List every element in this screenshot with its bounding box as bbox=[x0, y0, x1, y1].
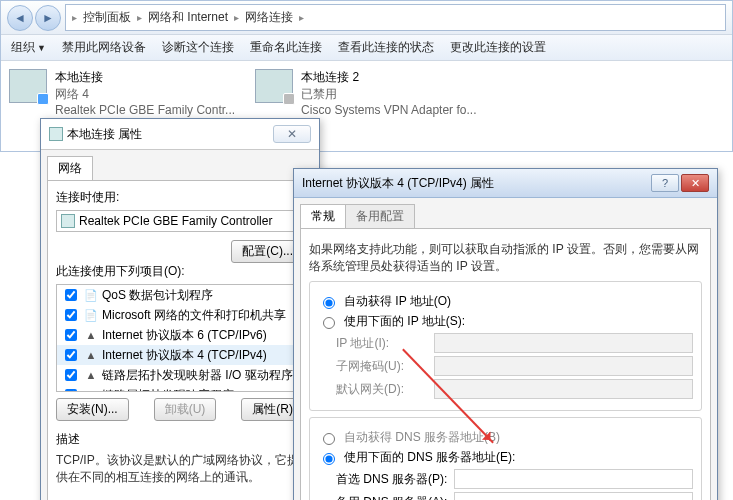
breadcrumb-item[interactable]: 网络和 Internet bbox=[148, 9, 228, 26]
ip-auto-label: 自动获得 IP 地址(O) bbox=[344, 293, 451, 310]
intro-text: 如果网络支持此功能，则可以获取自动指派的 IP 设置。否则，您需要从网络系统管理… bbox=[309, 241, 702, 275]
connection-name: 本地连接 2 bbox=[301, 69, 476, 86]
dns-manual-label: 使用下面的 DNS 服务器地址(E): bbox=[344, 449, 515, 466]
back-button[interactable]: ◄ bbox=[7, 5, 33, 31]
adapter-name: Realtek PCIe GBE Family Controller bbox=[79, 214, 272, 228]
list-item[interactable]: ▲Internet 协议版本 6 (TCP/IPv6) bbox=[57, 325, 303, 345]
connection-status: 网络 4 bbox=[55, 86, 235, 103]
list-item[interactable]: ▲Internet 协议版本 4 (TCP/IPv4) bbox=[57, 345, 303, 365]
network-adapter-icon bbox=[255, 69, 293, 103]
components-list[interactable]: 📄QoS 数据包计划程序 📄Microsoft 网络的文件和打印机共享 ▲Int… bbox=[56, 284, 304, 392]
dialog-title: Internet 协议版本 4 (TCP/IPv4) 属性 bbox=[302, 175, 494, 192]
dns-auto-radio[interactable] bbox=[323, 433, 335, 445]
change-settings[interactable]: 更改此连接的设置 bbox=[450, 39, 546, 56]
tab-alternate[interactable]: 备用配置 bbox=[346, 204, 415, 228]
subnet-field bbox=[434, 356, 693, 376]
dialog-title: 本地连接 属性 bbox=[67, 126, 142, 143]
network-adapter-icon bbox=[9, 69, 47, 103]
dns-auto-label: 自动获得 DNS 服务器地址(B) bbox=[344, 429, 500, 446]
connection-status: 已禁用 bbox=[301, 86, 476, 103]
network-icon bbox=[49, 127, 63, 141]
ip-auto-radio[interactable] bbox=[323, 297, 335, 309]
breadcrumb-item[interactable]: 控制面板 bbox=[83, 9, 131, 26]
item-checkbox[interactable] bbox=[65, 289, 77, 301]
list-item[interactable]: 📄Microsoft 网络的文件和打印机共享 bbox=[57, 305, 303, 325]
install-button[interactable]: 安装(N)... bbox=[56, 398, 129, 421]
view-status[interactable]: 查看此连接的状态 bbox=[338, 39, 434, 56]
adapter-properties-dialog: 本地连接 属性 ✕ 网络 连接时使用: Realtek PCIe GBE Fam… bbox=[40, 118, 320, 500]
breadcrumb-item[interactable]: 网络连接 bbox=[245, 9, 293, 26]
disable-device[interactable]: 禁用此网络设备 bbox=[62, 39, 146, 56]
list-item[interactable]: ▲链路层拓扑发现映射器 I/O 驱动程序 bbox=[57, 365, 303, 385]
ip-address-field bbox=[434, 333, 693, 353]
close-button[interactable]: ✕ bbox=[273, 125, 311, 143]
dns-preferred-field[interactable] bbox=[454, 469, 693, 489]
items-label: 此连接使用下列项目(O): bbox=[56, 263, 304, 280]
ip-manual-label: 使用下面的 IP 地址(S): bbox=[344, 313, 465, 330]
list-item[interactable]: ▲链路层拓扑发现响应程序 bbox=[57, 385, 303, 392]
dns-alternate-label: 备用 DNS 服务器(A): bbox=[318, 494, 448, 501]
dns-manual-radio[interactable] bbox=[323, 453, 335, 465]
gateway-label: 默认网关(D): bbox=[318, 381, 428, 398]
ip-address-label: IP 地址(I): bbox=[318, 335, 428, 352]
address-bar: ◄ ► ▸ 控制面板 ▸ 网络和 Internet ▸ 网络连接 ▸ bbox=[1, 1, 732, 35]
adapter-icon bbox=[61, 214, 75, 228]
forward-button[interactable]: ► bbox=[35, 5, 61, 31]
uninstall-button: 卸载(U) bbox=[154, 398, 217, 421]
dns-settings-group: 自动获得 DNS 服务器地址(B) 使用下面的 DNS 服务器地址(E): 首选… bbox=[309, 417, 702, 500]
breadcrumb[interactable]: ▸ 控制面板 ▸ 网络和 Internet ▸ 网络连接 ▸ bbox=[65, 4, 726, 31]
close-button[interactable]: ✕ bbox=[681, 174, 709, 192]
item-checkbox[interactable] bbox=[65, 369, 77, 381]
item-checkbox[interactable] bbox=[65, 389, 77, 392]
diagnose-connection[interactable]: 诊断这个连接 bbox=[162, 39, 234, 56]
connection-name: 本地连接 bbox=[55, 69, 235, 86]
dialog-titlebar[interactable]: 本地连接 属性 ✕ bbox=[41, 119, 319, 150]
help-button[interactable]: ? bbox=[651, 174, 679, 192]
tab-general[interactable]: 常规 bbox=[300, 204, 346, 228]
connection-device: Realtek PCIe GBE Family Contr... bbox=[55, 103, 235, 117]
item-checkbox[interactable] bbox=[65, 349, 77, 361]
item-checkbox[interactable] bbox=[65, 329, 77, 341]
ip-settings-group: 自动获得 IP 地址(O) 使用下面的 IP 地址(S): IP 地址(I): … bbox=[309, 281, 702, 411]
organize-menu[interactable]: 组织 ▼ bbox=[11, 39, 46, 56]
toolbar: 组织 ▼ 禁用此网络设备 诊断这个连接 重命名此连接 查看此连接的状态 更改此连… bbox=[1, 35, 732, 61]
dns-preferred-label: 首选 DNS 服务器(P): bbox=[318, 471, 448, 488]
list-item[interactable]: 📄QoS 数据包计划程序 bbox=[57, 285, 303, 305]
tab-network[interactable]: 网络 bbox=[47, 156, 93, 180]
ip-manual-radio[interactable] bbox=[323, 317, 335, 329]
description-text: TCP/IP。该协议是默认的广域网络协议，它提供在不同的相互连接的网络上的通讯。 bbox=[56, 452, 304, 486]
gateway-field bbox=[434, 379, 693, 399]
connection-device: Cisco Systems VPN Adapter fo... bbox=[301, 103, 476, 117]
item-checkbox[interactable] bbox=[65, 309, 77, 321]
connect-using-label: 连接时使用: bbox=[56, 189, 304, 206]
ipv4-properties-dialog: Internet 协议版本 4 (TCP/IPv4) 属性 ? ✕ 常规 备用配… bbox=[293, 168, 718, 500]
description-label: 描述 bbox=[56, 431, 304, 448]
dialog-titlebar[interactable]: Internet 协议版本 4 (TCP/IPv4) 属性 ? ✕ bbox=[294, 169, 717, 198]
dns-alternate-field[interactable] bbox=[454, 492, 693, 500]
rename-connection[interactable]: 重命名此连接 bbox=[250, 39, 322, 56]
